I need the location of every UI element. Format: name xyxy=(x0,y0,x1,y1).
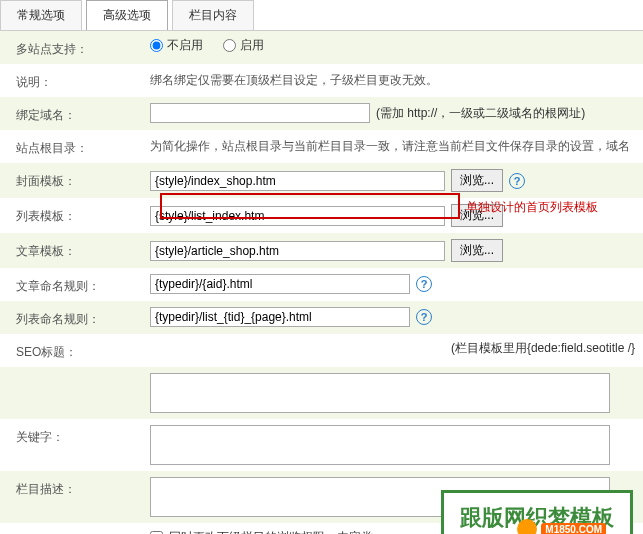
article-template-input[interactable] xyxy=(150,241,445,261)
radio-disable-wrapper[interactable]: 不启用 xyxy=(150,37,203,54)
inherit-checkbox-label: 同时更改下级栏目的浏览权限、内容类 xyxy=(169,529,373,534)
label-seo-title: SEO标题： xyxy=(0,340,150,361)
label-list-rule: 列表命名规则： xyxy=(0,307,150,328)
label-article-rule: 文章命名规则： xyxy=(0,274,150,295)
row-list-rule: 列表命名规则： ? xyxy=(0,301,643,334)
label-column-desc: 栏目描述： xyxy=(0,477,150,498)
tab-general[interactable]: 常规选项 xyxy=(0,0,82,30)
watermark-badge: M1850.COM xyxy=(541,523,606,535)
radio-disable[interactable] xyxy=(150,39,163,52)
watermark-box: 跟版网织梦模板 M1850.COM www.genban.org 资源网 xyxy=(441,490,633,534)
row-article-template: 文章模板： 浏览... xyxy=(0,233,643,268)
row-description: 说明： 绑名绑定仅需要在顶级栏目设定，子级栏目更改无效。 xyxy=(0,64,643,97)
cover-browse-button[interactable]: 浏览... xyxy=(451,169,503,192)
row-keywords: 关键字： xyxy=(0,419,643,471)
row-seo-title: SEO标题： (栏目模板里用{dede:field.seotitle /} xyxy=(0,334,643,367)
row-site-root: 站点根目录： 为简化操作，站点根目录与当前栏目目录一致，请注意当前栏目文件保存目… xyxy=(0,130,643,163)
radio-disable-label: 不启用 xyxy=(167,37,203,54)
description-text: 绑名绑定仅需要在顶级栏目设定，子级栏目更改无效。 xyxy=(150,70,643,89)
label-keywords: 关键字： xyxy=(0,425,150,446)
row-bind-domain: 绑定域名： (需加 http://，一级或二级域名的根网址) xyxy=(0,97,643,130)
help-icon[interactable]: ? xyxy=(416,309,432,325)
watermark-badge-area: M1850.COM xyxy=(517,519,606,534)
row-multisite: 多站点支持： 不启用 启用 xyxy=(0,31,643,64)
tab-advanced[interactable]: 高级选项 xyxy=(86,0,168,30)
radio-enable-label: 启用 xyxy=(240,37,264,54)
list-template-input[interactable] xyxy=(150,206,445,226)
logo-circle-icon xyxy=(517,519,537,534)
label-cover-template: 封面模板： xyxy=(0,169,150,190)
help-icon[interactable]: ? xyxy=(416,276,432,292)
cover-template-input[interactable] xyxy=(150,171,445,191)
site-root-text: 为简化操作，站点根目录与当前栏目目录一致，请注意当前栏目文件保存目录的设置，域名 xyxy=(150,136,643,155)
label-description: 说明： xyxy=(0,70,150,91)
annotation-text: 单独设计的首页列表模板 xyxy=(466,199,598,216)
label-article-template: 文章模板： xyxy=(0,239,150,260)
label-inherit: 继承选项： xyxy=(0,529,150,534)
tab-content[interactable]: 栏目内容 xyxy=(172,0,254,30)
inherit-checkbox-wrapper[interactable]: 同时更改下级栏目的浏览权限、内容类 xyxy=(150,529,373,534)
seo-title-textarea[interactable] xyxy=(150,373,610,413)
bind-domain-hint: (需加 http://，一级或二级域名的根网址) xyxy=(376,105,585,122)
label-bind-domain: 绑定域名： xyxy=(0,103,150,124)
article-browse-button[interactable]: 浏览... xyxy=(451,239,503,262)
label-site-root: 站点根目录： xyxy=(0,136,150,157)
radio-enable[interactable] xyxy=(223,39,236,52)
keywords-textarea[interactable] xyxy=(150,425,610,465)
help-icon[interactable]: ? xyxy=(509,173,525,189)
row-cover-template: 封面模板： 浏览... ? xyxy=(0,163,643,198)
row-seo-input xyxy=(0,367,643,419)
radio-enable-wrapper[interactable]: 启用 xyxy=(223,37,264,54)
list-rule-input[interactable] xyxy=(150,307,410,327)
seo-title-hint: (栏目模板里用{dede:field.seotitle /} xyxy=(451,340,635,357)
tabs-bar: 常规选项 高级选项 栏目内容 xyxy=(0,0,643,31)
article-rule-input[interactable] xyxy=(150,274,410,294)
row-article-rule: 文章命名规则： ? xyxy=(0,268,643,301)
label-multisite: 多站点支持： xyxy=(0,37,150,58)
bind-domain-input[interactable] xyxy=(150,103,370,123)
label-list-template: 列表模板： xyxy=(0,204,150,225)
